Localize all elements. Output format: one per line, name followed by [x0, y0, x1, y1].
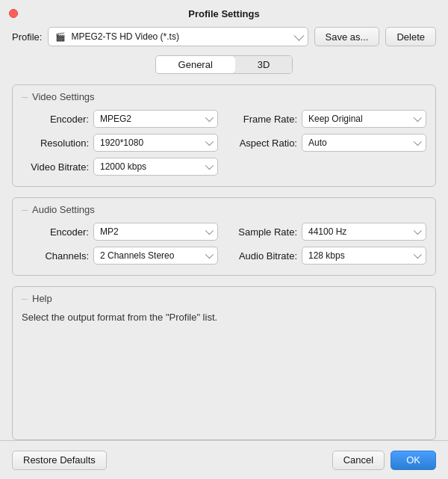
bottom-right-buttons: Cancel OK	[332, 451, 436, 470]
profile-label: Profile:	[12, 31, 42, 43]
resolution-chevron-icon	[205, 137, 214, 146]
audio-encoder-label: Encoder:	[22, 226, 89, 238]
audio-encoder-select[interactable]: MP2	[93, 223, 218, 241]
tab-group: General 3D	[155, 55, 293, 74]
video-settings-grid: Encoder: MPEG2 Frame Rate: Keep Original…	[22, 110, 426, 176]
encoder-chevron-icon	[205, 114, 214, 122]
help-section: Help Select the output format from the "…	[12, 286, 436, 440]
profile-select[interactable]: 🎬 MPEG2-TS HD Video (*.ts)	[48, 27, 308, 46]
frame-rate-label: Frame Rate:	[230, 114, 297, 125]
audio-settings-grid: Encoder: MP2 Sample Rate: 44100 Hz Chann…	[22, 223, 426, 265]
restore-defaults-button[interactable]: Restore Defaults	[12, 451, 107, 470]
channels-label: Channels:	[22, 250, 89, 262]
frame-rate-row: Frame Rate: Keep Original	[230, 110, 426, 128]
frame-rate-select[interactable]: Keep Original	[302, 110, 426, 128]
frame-rate-chevron-icon	[414, 114, 422, 122]
sample-rate-chevron-icon	[414, 226, 422, 235]
video-settings-section: Video Settings Encoder: MPEG2 Frame Rate…	[12, 84, 436, 187]
help-text: Select the output format from the "Profi…	[22, 312, 426, 323]
audio-bitrate-select[interactable]: 128 kbps	[302, 247, 426, 265]
aspect-ratio-row: Aspect Ratio: Auto	[230, 134, 426, 152]
profile-row: Profile: 🎬 MPEG2-TS HD Video (*.ts) Save…	[12, 27, 436, 46]
profile-value: MPEG2-TS HD Video (*.ts)	[71, 31, 293, 42]
channels-chevron-icon	[205, 250, 214, 259]
encoder-value: MPEG2	[100, 114, 205, 124]
sample-rate-row: Sample Rate: 44100 Hz	[230, 223, 426, 241]
audio-encoder-value: MP2	[100, 226, 205, 237]
video-bitrate-row: Video Bitrate: 12000 kbps	[22, 158, 218, 176]
audio-encoder-chevron-icon	[205, 226, 214, 235]
frame-rate-value: Keep Original	[308, 114, 414, 124]
cancel-button[interactable]: Cancel	[332, 451, 385, 470]
save-as-button[interactable]: Save as...	[314, 27, 380, 46]
close-button[interactable]	[9, 9, 18, 18]
audio-bitrate-value: 128 kbps	[308, 250, 414, 261]
help-title: Help	[22, 293, 426, 304]
traffic-lights	[9, 9, 18, 18]
audio-settings-title: Audio Settings	[22, 204, 426, 215]
tabs-row: General 3D	[12, 55, 436, 74]
profile-icon: 🎬	[55, 31, 66, 43]
audio-bitrate-row: Audio Bitrate: 128 kbps	[230, 247, 426, 265]
resolution-select[interactable]: 1920*1080	[93, 134, 218, 152]
audio-bitrate-chevron-icon	[414, 250, 422, 259]
resolution-label: Resolution:	[22, 137, 89, 149]
window: Profile Settings Profile: 🎬 MPEG2-TS HD …	[0, 0, 448, 479]
encoder-row: Encoder: MPEG2	[22, 110, 218, 128]
ok-button[interactable]: OK	[391, 451, 436, 470]
channels-row: Channels: 2 Channels Stereo	[22, 247, 218, 265]
aspect-ratio-label: Aspect Ratio:	[230, 137, 297, 149]
encoder-label: Encoder:	[22, 114, 89, 125]
aspect-ratio-select[interactable]: Auto	[302, 134, 426, 152]
channels-value: 2 Channels Stereo	[100, 250, 205, 261]
sample-rate-select[interactable]: 44100 Hz	[302, 223, 426, 241]
main-content: Profile: 🎬 MPEG2-TS HD Video (*.ts) Save…	[0, 27, 448, 440]
channels-select[interactable]: 2 Channels Stereo	[93, 247, 218, 265]
delete-button[interactable]: Delete	[385, 27, 436, 46]
profile-chevron-icon	[293, 31, 304, 41]
aspect-ratio-chevron-icon	[414, 137, 422, 146]
video-settings-title: Video Settings	[22, 91, 426, 102]
tab-3d[interactable]: 3D	[235, 56, 293, 73]
sample-rate-value: 44100 Hz	[308, 226, 414, 237]
audio-encoder-row: Encoder: MP2	[22, 223, 218, 241]
video-bitrate-label: Video Bitrate:	[22, 161, 89, 173]
tab-general[interactable]: General	[155, 55, 236, 74]
resolution-row: Resolution: 1920*1080	[22, 134, 218, 152]
title-bar: Profile Settings	[0, 0, 448, 27]
bottom-bar: Restore Defaults Cancel OK	[0, 440, 448, 479]
resolution-value: 1920*1080	[100, 137, 205, 148]
video-bitrate-chevron-icon	[205, 161, 214, 170]
encoder-select[interactable]: MPEG2	[93, 110, 218, 128]
sample-rate-label: Sample Rate:	[230, 226, 297, 238]
aspect-ratio-value: Auto	[308, 137, 414, 148]
audio-bitrate-label: Audio Bitrate:	[230, 250, 297, 262]
video-bitrate-value: 12000 kbps	[100, 161, 205, 172]
video-bitrate-select[interactable]: 12000 kbps	[93, 158, 218, 176]
audio-settings-section: Audio Settings Encoder: MP2 Sample Rate:…	[12, 197, 436, 276]
window-title: Profile Settings	[188, 8, 259, 19]
